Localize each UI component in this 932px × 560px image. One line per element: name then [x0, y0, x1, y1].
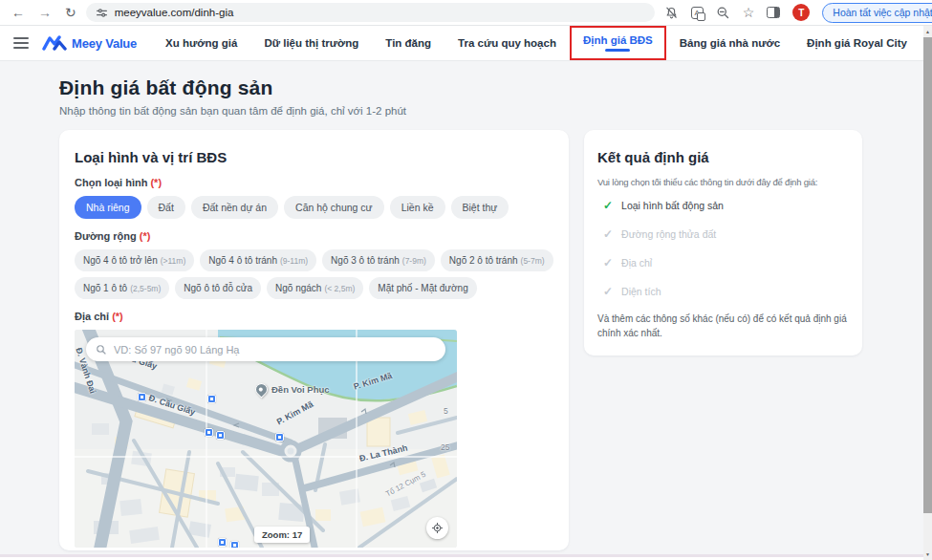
- bus-stop-icon[interactable]: [207, 395, 216, 403]
- menu-icon[interactable]: [13, 37, 29, 49]
- road-width-name: Ngõ 2 ô tô tránh: [449, 255, 518, 266]
- address-label-text: Địa chỉ: [75, 311, 109, 322]
- required-star: (*): [140, 230, 151, 242]
- notifications-blocked-icon[interactable]: [664, 6, 679, 20]
- side-panel-icon[interactable]: [767, 7, 780, 18]
- meey-value-logo[interactable]: Meey Value: [42, 34, 137, 52]
- road-width-options: Ngõ 4 ô tô trở lên(>11m)Ngõ 4 ô tô tránh…: [75, 249, 553, 299]
- result-intro: Vui lòng chọn tối thiểu các thông tin dư…: [597, 177, 849, 187]
- back-icon[interactable]: ←: [11, 6, 25, 19]
- road-width-size: (5-7m): [521, 256, 545, 266]
- road-width-pill[interactable]: Ngõ 4 ô tô trở lên(>11m): [75, 249, 194, 271]
- nav-item[interactable]: Bảng giá nhà nước: [666, 29, 793, 57]
- map-street-label: 25: [441, 442, 449, 452]
- nav-item-label: Định giá BĐS: [583, 34, 653, 46]
- road-width-pill[interactable]: Mặt phố - Mặt đường: [369, 277, 476, 299]
- page-scrollbar[interactable]: ▲ ▼: [923, 26, 932, 560]
- url-text[interactable]: meeyvalue.com/dinh-gia: [115, 7, 234, 18]
- nav-item[interactable]: Dữ liệu thị trường: [250, 29, 372, 57]
- nav-item[interactable]: Tin đăng: [372, 29, 444, 57]
- address-search-box[interactable]: [86, 337, 445, 361]
- property-type-pill[interactable]: Căn hộ chung cư: [284, 196, 384, 219]
- page-subtitle: Nhập thông tin bất động sản bạn quan tâm…: [59, 105, 932, 117]
- scrollbar-down-arrow[interactable]: ▼: [925, 549, 930, 560]
- chrome-update-button[interactable]: Hoàn tất việc cập nhật ⋮: [822, 3, 932, 23]
- road-width-pill[interactable]: Ngõ 1 ô tô(2,5-5m): [75, 277, 169, 299]
- property-type-pill[interactable]: Nhà riêng: [75, 196, 141, 219]
- profile-avatar[interactable]: T: [792, 4, 810, 21]
- form-section-title: Loại hình và vị trí BĐS: [75, 149, 553, 165]
- logo-icon: [42, 34, 67, 52]
- nav-item-label: Định giá Royal City: [807, 37, 907, 49]
- road-width-size: (7-9m): [402, 256, 426, 266]
- site-header: Meey Value Xu hướng giáDữ liệu thị trườn…: [0, 26, 932, 61]
- bookmark-star-icon[interactable]: ☆: [743, 5, 755, 20]
- bus-stop-icon[interactable]: [138, 393, 146, 401]
- bus-stop-icon[interactable]: [216, 431, 225, 440]
- address-label: Địa chỉ (*): [75, 311, 553, 322]
- property-type-pill[interactable]: Đất nền dự án: [191, 196, 278, 219]
- nav-item[interactable]: Định giá Royal City: [793, 29, 921, 57]
- nav-item[interactable]: Xu hướng giá: [152, 29, 250, 57]
- nav-item[interactable]: Định giá BĐS: [570, 26, 666, 60]
- bus-stop-icon[interactable]: [230, 541, 239, 548]
- check-icon: ✓: [603, 256, 613, 269]
- bus-stop-icon[interactable]: [218, 538, 227, 547]
- checklist-label: Loại hình bất động sản: [621, 200, 724, 211]
- locate-icon: [431, 522, 444, 534]
- required-star: (*): [112, 311, 123, 322]
- scrollbar-up-arrow[interactable]: ▲: [925, 26, 930, 37]
- property-type-pill[interactable]: Liền kề: [390, 196, 445, 219]
- checklist-item: ✓Đường rộng thửa đất: [597, 220, 849, 248]
- check-icon: ✓: [603, 199, 613, 212]
- address-search-input[interactable]: [114, 344, 436, 355]
- checklist-label: Diện tích: [621, 286, 661, 297]
- address-map[interactable]: Đ. Vành ĐaiĐ. Cầu GiấyĐ. Cầu GiấyĐền Voi…: [75, 330, 457, 548]
- map-street-label: 5: [444, 406, 448, 416]
- road-width-pill[interactable]: Ngõ ô tô đỗ cửa: [175, 277, 261, 299]
- nav-items: Xu hướng giáDữ liệu thị trườngTin đăngTr…: [152, 26, 921, 60]
- road-width-name: Mặt phố - Mặt đường: [378, 283, 467, 293]
- active-tab-underline: [605, 49, 630, 52]
- checklist-label: Đường rộng thửa đất: [621, 228, 716, 240]
- road-width-size: (< 2,5m): [324, 284, 355, 293]
- zoom-out-icon[interactable]: [716, 6, 730, 20]
- translate-icon[interactable]: A: [691, 7, 704, 19]
- chrome-update-label: Hoàn tất việc cập nhật: [833, 7, 932, 18]
- road-width-size: (9-11m): [280, 256, 308, 266]
- bus-stop-icon[interactable]: [275, 433, 284, 442]
- valuation-form-card: Loại hình và vị trí BĐS Chọn loại hình (…: [59, 130, 569, 550]
- nav-item-label: Tin đăng: [385, 37, 431, 49]
- bus-stop-icon[interactable]: [205, 428, 213, 437]
- road-width-name: Ngõ 4 ô tô tránh: [208, 255, 277, 266]
- address-bar[interactable]: meeyvalue.com/dinh-gia: [86, 3, 655, 22]
- nav-item-label: Xu hướng giá: [165, 37, 237, 49]
- road-width-pill[interactable]: Ngõ ngách(< 2,5m): [267, 277, 363, 299]
- property-type-label-text: Chọn loại hình: [75, 177, 147, 188]
- nav-item-label: Bảng giá nhà nước: [680, 37, 780, 49]
- nav-item-label: Tra cứu quy hoạch: [458, 37, 556, 49]
- road-width-pill[interactable]: Ngõ 2 ô tô tránh(5-7m): [441, 249, 553, 271]
- property-type-pill[interactable]: Đất: [147, 196, 185, 219]
- locate-me-button[interactable]: [426, 517, 448, 539]
- nav-item-label: Dữ liệu thị trường: [264, 37, 358, 49]
- property-type-pill[interactable]: Biệt thự: [451, 196, 509, 219]
- nav-item[interactable]: Tra cứu quy hoạch: [444, 29, 570, 57]
- site-info-icon[interactable]: [96, 7, 108, 19]
- check-icon: ✓: [603, 227, 613, 241]
- road-width-pill[interactable]: Ngõ 3 ô tô tránh(7-9m): [322, 249, 435, 271]
- page-content: Định giá bất động sản Nhập thông tin bất…: [0, 61, 932, 557]
- search-icon: [96, 344, 107, 355]
- reload-icon[interactable]: ↻: [65, 6, 76, 19]
- map-street-label: Đền Voi Phục: [271, 384, 330, 395]
- road-width-name: Ngõ 4 ô tô trở lên: [83, 255, 158, 266]
- property-type-label: Chọn loại hình (*): [75, 177, 553, 188]
- road-width-pill[interactable]: Ngõ 4 ô tô tránh(9-11m): [200, 249, 316, 271]
- footer-strip: [0, 554, 923, 557]
- checklist-item: ✓Địa chỉ: [597, 248, 849, 277]
- result-footer: Và thêm các thông số khác (nếu có) để có…: [597, 312, 849, 340]
- result-title: Kết quả định giá: [597, 149, 849, 165]
- forward-icon[interactable]: →: [38, 6, 52, 19]
- check-icon: ✓: [603, 285, 613, 298]
- scrollbar-thumb[interactable]: [923, 37, 932, 513]
